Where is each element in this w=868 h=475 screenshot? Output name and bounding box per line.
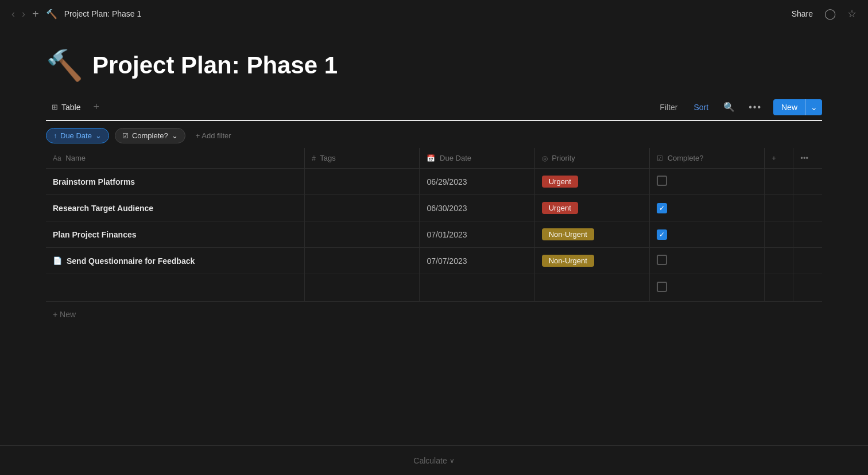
col-options-button[interactable]: •••: [793, 148, 822, 169]
filter-due-date-label: Due Date: [60, 131, 92, 140]
cell-complete-2[interactable]: ✓: [650, 195, 765, 221]
search-button[interactable]: 🔍: [721, 99, 737, 115]
priority-badge-1: Urgent: [542, 176, 578, 188]
empty-cell-add: [765, 274, 793, 302]
checkbox-1[interactable]: [657, 176, 667, 186]
empty-cell-priority[interactable]: [534, 274, 649, 302]
calculate-chevron: ∨: [450, 457, 455, 465]
row-name-2: Research Target Audience: [53, 204, 297, 213]
col-tags-label: Tags: [320, 154, 335, 162]
cell-tags-2[interactable]: [305, 195, 420, 221]
back-button[interactable]: ‹: [11, 8, 15, 20]
cell-tags-3[interactable]: [305, 221, 420, 248]
col-header-priority[interactable]: ◎ Priority: [534, 148, 649, 169]
star-icon[interactable]: ☆: [847, 7, 857, 20]
priority-col-icon: ◎: [542, 154, 548, 162]
filter-due-date[interactable]: ↑ Due Date ⌄: [46, 128, 109, 143]
cell-priority-1[interactable]: Urgent: [534, 169, 649, 195]
filter-bar: ↑ Due Date ⌄ ☑ Complete? ⌄ + Add filter: [46, 121, 822, 148]
col-header-complete[interactable]: ☑ Complete?: [650, 148, 765, 169]
cell-name-1[interactable]: Brainstorm Platforms: [46, 169, 305, 195]
col-header-name[interactable]: Aa Name: [46, 148, 305, 169]
priority-badge-4: Non-Urgent: [542, 255, 594, 267]
checkbox-3[interactable]: ✓: [657, 229, 667, 240]
checkbox-empty[interactable]: [657, 282, 667, 292]
top-bar-left: ‹ › + 🔨 Project Plan: Phase 1: [11, 7, 141, 21]
col-header-tags[interactable]: # Tags: [305, 148, 420, 169]
data-table: Aa Name # Tags 📅 Due Date ◎ Priority ☑: [46, 148, 822, 302]
date-value-2: 06/30/2023: [427, 204, 467, 213]
cell-priority-4[interactable]: Non-Urgent: [534, 248, 649, 274]
table-tab-label: Table: [61, 103, 80, 112]
cell-add-3: [765, 221, 793, 248]
new-row-label: + New: [53, 310, 76, 319]
add-column-button[interactable]: +: [765, 148, 793, 169]
forward-button[interactable]: ›: [22, 8, 25, 20]
cell-add-2: [765, 195, 793, 221]
table-icon: ⊞: [52, 103, 58, 111]
cell-name-3[interactable]: Plan Project Finances: [46, 221, 305, 248]
table-toolbar: ⊞ Table + Filter Sort 🔍 ••• New ⌄: [46, 99, 822, 121]
priority-badge-3: Non-Urgent: [542, 228, 594, 240]
add-view-button[interactable]: +: [91, 99, 102, 115]
cell-priority-2[interactable]: Urgent: [534, 195, 649, 221]
filter-complete[interactable]: ☑ Complete? ⌄: [115, 128, 185, 143]
calculate-bar[interactable]: Calculate ∨: [0, 445, 868, 475]
page-header: 🔨 Project Plan: Phase 1: [46, 50, 822, 80]
new-button-label[interactable]: New: [773, 99, 805, 115]
cell-dots-3: [793, 221, 822, 248]
col-complete-label: Complete?: [668, 154, 704, 162]
date-col-icon: 📅: [427, 154, 435, 162]
cell-name-2[interactable]: Research Target Audience: [46, 195, 305, 221]
empty-cell-tags[interactable]: [305, 274, 420, 302]
row-name-1: Brainstorm Platforms: [53, 177, 297, 186]
table-row: Brainstorm Platforms 06/29/2023 Urgent: [46, 169, 822, 195]
col-priority-label: Priority: [552, 154, 575, 162]
cell-date-1[interactable]: 06/29/2023: [420, 169, 534, 195]
cell-add-1: [765, 169, 793, 195]
empty-row: [46, 274, 822, 302]
cell-name-4[interactable]: 📄 Send Questionnaire for Feedback: [46, 248, 305, 274]
new-page-button[interactable]: +: [32, 7, 39, 21]
cell-dots-4: [793, 248, 822, 274]
sort-button[interactable]: Sort: [690, 100, 712, 114]
col-header-due-date[interactable]: 📅 Due Date: [420, 148, 534, 169]
cell-complete-3[interactable]: ✓: [650, 221, 765, 248]
cell-complete-4[interactable]: [650, 248, 765, 274]
filter-button[interactable]: Filter: [656, 100, 681, 114]
name-col-icon: Aa: [53, 154, 61, 162]
page-title-nav: Project Plan: Phase 1: [64, 9, 142, 18]
cell-complete-1[interactable]: [650, 169, 765, 195]
cell-priority-3[interactable]: Non-Urgent: [534, 221, 649, 248]
cell-date-2[interactable]: 06/30/2023: [420, 195, 534, 221]
table-tab[interactable]: ⊞ Table: [46, 99, 86, 115]
more-options-button[interactable]: •••: [746, 100, 764, 115]
toolbar-left: ⊞ Table +: [46, 99, 102, 115]
cell-tags-4[interactable]: [305, 248, 420, 274]
toolbar-right: Filter Sort 🔍 ••• New ⌄: [656, 99, 822, 115]
add-filter-button[interactable]: + Add filter: [191, 129, 236, 143]
share-button[interactable]: Share: [792, 9, 813, 18]
history-icon[interactable]: ◯: [824, 7, 836, 20]
cell-date-4[interactable]: 07/07/2023: [420, 248, 534, 274]
checkbox-4[interactable]: [657, 255, 667, 265]
new-row-button[interactable]: + New: [46, 302, 822, 327]
new-button-dropdown[interactable]: ⌄: [805, 99, 822, 115]
empty-cell-name[interactable]: [46, 274, 305, 302]
cell-dots-1: [793, 169, 822, 195]
empty-cell-complete[interactable]: [650, 274, 765, 302]
cell-tags-1[interactable]: [305, 169, 420, 195]
tags-col-icon: #: [312, 154, 316, 162]
table-header-row: Aa Name # Tags 📅 Due Date ◎ Priority ☑: [46, 148, 822, 169]
empty-cell-date[interactable]: [420, 274, 534, 302]
checkbox-2[interactable]: ✓: [657, 203, 667, 213]
top-bar: ‹ › + 🔨 Project Plan: Phase 1 Share ◯ ☆: [0, 0, 868, 28]
new-record-button[interactable]: New ⌄: [773, 99, 822, 115]
date-value-3: 07/01/2023: [427, 230, 467, 239]
table-row: Research Target Audience 06/30/2023 Urge…: [46, 195, 822, 221]
page-emoji: 🔨: [46, 50, 83, 80]
cell-dots-2: [793, 195, 822, 221]
filter-complete-chevron: ⌄: [172, 131, 178, 140]
cell-date-3[interactable]: 07/01/2023: [420, 221, 534, 248]
top-bar-right: Share ◯ ☆: [792, 7, 857, 20]
